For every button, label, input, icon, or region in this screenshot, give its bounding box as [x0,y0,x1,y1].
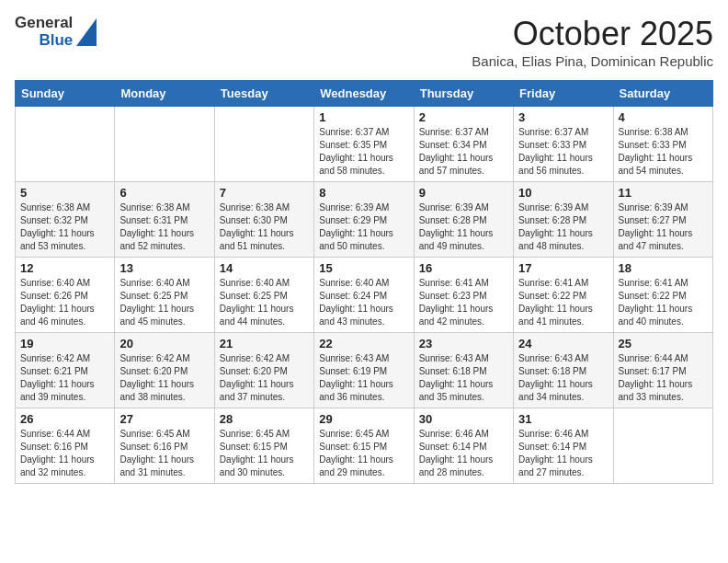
week-row-3: 12Sunrise: 6:40 AMSunset: 6:26 PMDayligh… [16,258,713,333]
calendar-cell: 12Sunrise: 6:40 AMSunset: 6:26 PMDayligh… [16,258,115,333]
day-info: Sunrise: 6:39 AMSunset: 6:29 PMDaylight:… [319,201,408,253]
weekday-header-monday: Monday [115,81,214,107]
calendar-cell: 10Sunrise: 6:39 AMSunset: 6:28 PMDayligh… [514,182,613,258]
day-info: Sunrise: 6:45 AMSunset: 6:15 PMDaylight:… [319,428,408,479]
day-info: Sunrise: 6:39 AMSunset: 6:28 PMDaylight:… [518,201,608,253]
calendar-cell: 20Sunrise: 6:42 AMSunset: 6:20 PMDayligh… [115,333,214,408]
calendar-cell: 5Sunrise: 6:38 AMSunset: 6:32 PMDaylight… [16,182,115,258]
calendar-cell [613,408,712,484]
day-number: 10 [518,186,608,200]
weekday-header-friday: Friday [514,81,613,107]
logo-blue-text: Blue [39,32,73,50]
day-info: Sunrise: 6:39 AMSunset: 6:27 PMDaylight:… [619,201,708,253]
calendar-cell: 21Sunrise: 6:42 AMSunset: 6:20 PMDayligh… [214,333,313,408]
day-info: Sunrise: 6:38 AMSunset: 6:33 PMDaylight:… [619,126,708,178]
day-number: 5 [20,186,109,200]
day-number: 28 [220,412,309,426]
logo: General Blue [15,15,97,49]
calendar-cell: 29Sunrise: 6:45 AMSunset: 6:15 PMDayligh… [314,408,414,484]
day-number: 6 [119,186,209,200]
week-row-5: 26Sunrise: 6:44 AMSunset: 6:16 PMDayligh… [16,408,713,484]
day-info: Sunrise: 6:37 AMSunset: 6:35 PMDaylight:… [319,126,408,178]
day-info: Sunrise: 6:41 AMSunset: 6:23 PMDaylight:… [419,277,508,328]
day-number: 15 [319,261,408,275]
day-info: Sunrise: 6:40 AMSunset: 6:24 PMDaylight:… [319,277,408,328]
calendar-cell: 16Sunrise: 6:41 AMSunset: 6:23 PMDayligh… [414,258,513,333]
calendar-cell: 6Sunrise: 6:38 AMSunset: 6:31 PMDaylight… [115,182,214,258]
calendar-table: SundayMondayTuesdayWednesdayThursdayFrid… [15,80,713,484]
week-row-4: 19Sunrise: 6:42 AMSunset: 6:21 PMDayligh… [16,333,713,408]
day-info: Sunrise: 6:44 AMSunset: 6:16 PMDaylight:… [20,428,109,479]
calendar-cell: 22Sunrise: 6:43 AMSunset: 6:19 PMDayligh… [314,333,414,408]
day-number: 11 [619,186,708,200]
day-info: Sunrise: 6:46 AMSunset: 6:14 PMDaylight:… [518,428,608,479]
day-number: 8 [319,186,408,200]
calendar-cell: 25Sunrise: 6:44 AMSunset: 6:17 PMDayligh… [613,333,712,408]
day-info: Sunrise: 6:43 AMSunset: 6:18 PMDaylight:… [419,352,508,404]
calendar-cell: 26Sunrise: 6:44 AMSunset: 6:16 PMDayligh… [16,408,115,484]
day-number: 26 [20,412,109,426]
calendar-cell: 3Sunrise: 6:37 AMSunset: 6:33 PMDaylight… [514,107,613,182]
calendar-cell: 8Sunrise: 6:39 AMSunset: 6:29 PMDaylight… [314,182,414,258]
day-number: 13 [119,261,209,275]
day-number: 20 [119,337,209,350]
calendar-cell: 18Sunrise: 6:41 AMSunset: 6:22 PMDayligh… [613,258,712,333]
day-number: 21 [220,337,309,350]
day-info: Sunrise: 6:41 AMSunset: 6:22 PMDaylight:… [619,277,708,328]
day-number: 12 [20,261,109,275]
day-number: 16 [419,261,508,275]
calendar-cell [115,107,214,182]
weekday-header-saturday: Saturday [613,81,712,107]
day-info: Sunrise: 6:40 AMSunset: 6:26 PMDaylight:… [20,277,109,328]
day-info: Sunrise: 6:42 AMSunset: 6:20 PMDaylight:… [220,352,309,404]
calendar-cell [214,107,313,182]
day-number: 7 [220,186,309,200]
calendar-cell: 24Sunrise: 6:43 AMSunset: 6:18 PMDayligh… [514,333,613,408]
day-number: 17 [518,261,608,275]
title-block: October 2025 Banica, Elias Pina, Dominic… [472,15,713,69]
day-number: 18 [619,261,708,275]
day-info: Sunrise: 6:42 AMSunset: 6:21 PMDaylight:… [20,352,109,404]
day-number: 23 [419,337,508,350]
calendar-cell: 9Sunrise: 6:39 AMSunset: 6:28 PMDaylight… [414,182,513,258]
calendar-cell: 14Sunrise: 6:40 AMSunset: 6:25 PMDayligh… [214,258,313,333]
day-info: Sunrise: 6:40 AMSunset: 6:25 PMDaylight:… [220,277,309,328]
calendar-cell: 11Sunrise: 6:39 AMSunset: 6:27 PMDayligh… [613,182,712,258]
calendar-cell: 27Sunrise: 6:45 AMSunset: 6:16 PMDayligh… [115,408,214,484]
calendar-cell: 13Sunrise: 6:40 AMSunset: 6:25 PMDayligh… [115,258,214,333]
day-info: Sunrise: 6:41 AMSunset: 6:22 PMDaylight:… [518,277,608,328]
day-number: 29 [319,412,408,426]
day-number: 31 [518,412,608,426]
weekday-header-wednesday: Wednesday [314,81,414,107]
calendar-cell: 19Sunrise: 6:42 AMSunset: 6:21 PMDayligh… [16,333,115,408]
logo-triangle-icon [76,18,97,46]
calendar-cell: 30Sunrise: 6:46 AMSunset: 6:14 PMDayligh… [414,408,513,484]
svg-marker-0 [76,18,97,46]
day-info: Sunrise: 6:38 AMSunset: 6:30 PMDaylight:… [220,201,309,253]
day-info: Sunrise: 6:40 AMSunset: 6:25 PMDaylight:… [119,277,209,328]
day-number: 24 [518,337,608,350]
day-number: 25 [619,337,708,350]
calendar-cell: 17Sunrise: 6:41 AMSunset: 6:22 PMDayligh… [514,258,613,333]
weekday-header-sunday: Sunday [16,81,115,107]
day-info: Sunrise: 6:44 AMSunset: 6:17 PMDaylight:… [619,352,708,404]
week-row-1: 1Sunrise: 6:37 AMSunset: 6:35 PMDaylight… [16,107,713,182]
calendar-cell: 1Sunrise: 6:37 AMSunset: 6:35 PMDaylight… [314,107,414,182]
calendar-cell: 4Sunrise: 6:38 AMSunset: 6:33 PMDaylight… [613,107,712,182]
day-info: Sunrise: 6:38 AMSunset: 6:31 PMDaylight:… [119,201,209,253]
weekday-header-thursday: Thursday [414,81,513,107]
day-number: 27 [119,412,209,426]
day-info: Sunrise: 6:37 AMSunset: 6:34 PMDaylight:… [419,126,508,178]
day-info: Sunrise: 6:46 AMSunset: 6:14 PMDaylight:… [419,428,508,479]
day-info: Sunrise: 6:43 AMSunset: 6:19 PMDaylight:… [319,352,408,404]
day-number: 1 [319,110,408,124]
month-title: October 2025 [472,15,713,53]
calendar-cell: 15Sunrise: 6:40 AMSunset: 6:24 PMDayligh… [314,258,414,333]
calendar-cell: 2Sunrise: 6:37 AMSunset: 6:34 PMDaylight… [414,107,513,182]
day-number: 22 [319,337,408,350]
day-number: 19 [20,337,109,350]
logo-general-text: General [15,15,73,32]
day-info: Sunrise: 6:38 AMSunset: 6:32 PMDaylight:… [20,201,109,253]
day-number: 9 [419,186,508,200]
day-number: 14 [220,261,309,275]
